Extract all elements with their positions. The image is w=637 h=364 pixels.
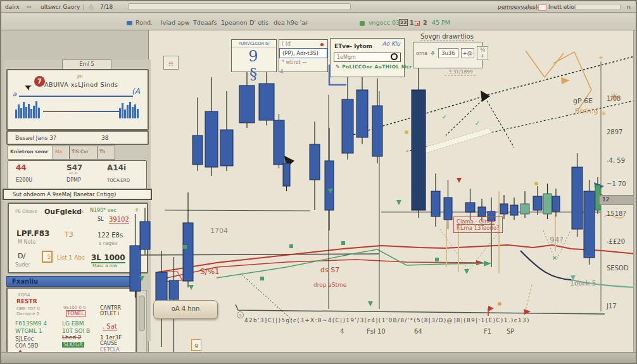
detail-c1r3a: SJLEoc — [15, 336, 34, 342]
cursor-arrow-icon: ➤ — [22, 81, 33, 93]
tools-sub-box[interactable]: ¼ + — [477, 46, 488, 60]
settings-link[interactable]: pemoevvaleslek — [498, 4, 544, 10]
toolbar-item-tdeaafs[interactable]: Tdeaafs — [193, 19, 217, 26]
lot-icon[interactable]: 5 — [42, 251, 53, 263]
toolbar-item-detis[interactable]: D' etis — [249, 19, 268, 26]
lot-icon-label: 5 — [47, 252, 51, 262]
tab-th[interactable]: Th — [98, 146, 115, 160]
chart-type-icon[interactable] — [127, 19, 132, 26]
magnifier-icon[interactable] — [391, 53, 398, 60]
pos-note: M Note — [18, 239, 35, 245]
toolbar-item-1peanon[interactable]: 1peanon — [221, 19, 248, 26]
window-controls-icon[interactable]: ⇔ — [27, 4, 32, 10]
count-badge: 1 — [410, 19, 414, 26]
sidebar-tabs: Knietron semr Ma TIS Cvr Th — [8, 146, 115, 160]
search-footer: ✎ PoLICCOnr AuTHIOL Mcr — [331, 62, 404, 70]
indicator-label[interactable]: vngocc 03 — [369, 19, 400, 26]
window-bottom-bar — [1, 352, 636, 363]
pos-suder: Suder — [15, 262, 30, 268]
bell-icon: ⍾ — [168, 60, 173, 68]
toolbar-item-dash[interactable]: — — [303, 19, 309, 26]
sidebar-tab-ernl[interactable]: Ernl 5 — [62, 60, 111, 69]
summary-title: Besael Jans 3? — [15, 135, 56, 141]
record-dot-icon — [320, 43, 324, 46]
record-icon[interactable] — [415, 19, 420, 26]
menu-view[interactable]: ultswcr Gaory — [41, 4, 80, 10]
pos-amount-sub: s ragev — [99, 241, 118, 246]
summary-bar[interactable]: Besael Jans 3? 38 — [6, 130, 149, 145]
toolbar: Rond. Iviad apw Tdeaafs 1peanon D' etis … — [1, 13, 636, 30]
pos-tiny: 6 — [136, 208, 138, 213]
detail-c1r2b: WTGML 1 — [15, 328, 42, 334]
detail-c3r1b: DTLET i — [100, 311, 119, 317]
tab-knietron[interactable]: Knietron semr — [8, 146, 53, 160]
search-input[interactable]: 1eMgm — [334, 53, 401, 62]
detail-c2r3a: Lhed 2 — [62, 334, 82, 341]
detail-h2: RESTR — [16, 298, 37, 304]
alert-box[interactable]: ⍾ — [163, 56, 179, 70]
counter-digits: 9 § — [232, 47, 276, 83]
skyline-left-icon — [15, 101, 44, 118]
detail-c1r1b: Denrece 0 — [16, 311, 39, 317]
search-input-value: 1eMgm — [337, 54, 356, 60]
pos-change: N190* vec — [90, 208, 117, 213]
calendar-badge[interactable]: 22 — [399, 19, 408, 26]
app-window: dairx ⇔ ultswcr Gaory | ⎙ 7/18 pemoevval… — [0, 0, 637, 364]
tools-panel[interactable]: orna ⚘ 3u36 +@ ¼ + — [413, 42, 482, 68]
detail-c2r2a: LG EBM — [62, 320, 84, 327]
annotation-note-box[interactable]: Clama - Glnee FiLma 13Teodo? — [453, 217, 503, 233]
detail-c3r3a: 1 1er3F — [100, 334, 122, 341]
count-badge-2: 2 — [423, 19, 427, 26]
tools-add-button[interactable]: +@ — [461, 48, 475, 58]
dropdown-panel[interactable]: ( (d (PP), Adr-t3S) * wtirot — — [279, 39, 328, 72]
menu-ratio[interactable]: 7/18 — [100, 4, 113, 10]
dropdown-row-3[interactable]: * wtirot — — [279, 58, 327, 66]
stat-label: DPMP — [66, 177, 81, 183]
pos-t3: T3 — [65, 230, 73, 239]
titlebar: dairx ⇔ ultswcr Gaory | ⎙ 7/18 pemoevval… — [1, 1, 636, 13]
order-button[interactable]: oA 4 hnn — [153, 300, 218, 319]
stat-value: S47 — [66, 163, 82, 172]
doc-mini-icon[interactable]: g — [191, 339, 201, 351]
tab-tiscvr[interactable]: TIS Cvr — [70, 146, 98, 160]
pos-list[interactable]: List 1 Abs — [57, 254, 85, 261]
counter-panel[interactable]: TUNVCLCOR b/ 9 § — [231, 39, 277, 72]
note-line-2: FiLma 13Teodo? — [457, 225, 500, 231]
pos-sl-value: 39102 — [109, 216, 129, 223]
plant-icon: ⚘ — [430, 50, 436, 57]
scrollbar-thumb[interactable] — [139, 296, 145, 331]
pos-price: LPF.F83 — [16, 229, 49, 238]
search-panel[interactable]: ETve- lytom Ao Klu 1eMgm ✎ PoLICCOnr AuT… — [330, 38, 405, 77]
connector-line — [43, 111, 119, 112]
tools-left-label: orna — [416, 51, 427, 56]
sidebar: Ernl 5 Jnl 7 ➤ ABUIVA xsLJined Sinds a (… — [4, 60, 151, 341]
status-wide-bar[interactable]: Sut ohdeom A 9seMa| Ranetar Cntigg) — [3, 189, 152, 200]
pos-volume: 3L 1000 — [91, 253, 125, 263]
search-title: ETve- lytom — [331, 41, 372, 49]
toolbar-item-rond[interactable]: Rond. — [136, 19, 153, 26]
detail-c3r2: . Sat — [103, 323, 117, 330]
chart-area[interactable] — [148, 30, 633, 352]
tools-field[interactable]: 3u36 — [438, 48, 458, 58]
stat-value: 44 — [16, 163, 32, 172]
brand-underline — [19, 96, 133, 97]
menu-file[interactable]: dairx — [5, 4, 20, 10]
indicator-icon[interactable] — [360, 19, 365, 26]
search-right-label[interactable]: Ao Klu — [382, 39, 404, 47]
summary-value: 38 — [101, 135, 108, 141]
dropdown-row-1[interactable]: ( (d — [279, 40, 327, 48]
corner-label: n — [627, 4, 631, 10]
stat-item: S47 DPMP — [66, 163, 82, 184]
print-icon[interactable]: ⎙ — [89, 4, 93, 11]
current-price-tag: 12 — [599, 195, 637, 205]
section-header-fxanliu[interactable]: Fxanliu — [6, 276, 134, 287]
insert-checkbox[interactable] — [538, 4, 546, 11]
dropdown-row-selected[interactable]: (PP), Adr-t3S) — [279, 48, 327, 58]
drawings-label: Sovgn drawrtlios — [420, 33, 474, 41]
search-footer-label: PoLICCOnr AuTHIOL Mcr — [342, 64, 412, 70]
tab-ma[interactable]: Ma — [53, 146, 70, 160]
clock-label: 45 PM — [432, 19, 450, 26]
detail-h1: XQ0A — [18, 292, 30, 298]
tools-date-label: .3.31/1899 — [445, 69, 476, 76]
toolbar-item-iviad[interactable]: Iviad apw — [161, 19, 190, 26]
